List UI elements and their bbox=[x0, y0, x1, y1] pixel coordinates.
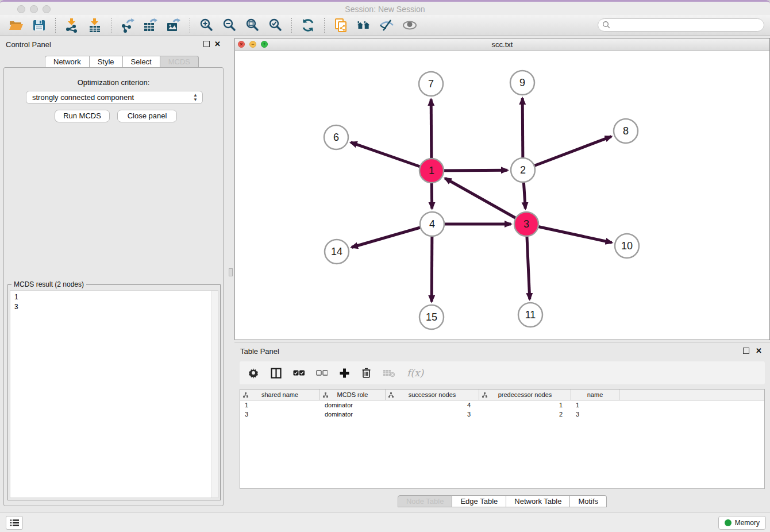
home-layout-icon[interactable] bbox=[356, 18, 371, 33]
column-header-label: predecessor nodes bbox=[498, 391, 552, 398]
graph-node-label: 10 bbox=[621, 240, 633, 252]
column-header-successor-nodes[interactable]: successor nodes bbox=[386, 390, 479, 400]
tab-mcds[interactable]: MCDS bbox=[160, 56, 199, 68]
graph-edge-3-10[interactable] bbox=[526, 224, 612, 242]
toolbar-separator bbox=[291, 18, 292, 33]
export-table-icon[interactable] bbox=[143, 18, 158, 33]
column-header-name[interactable]: name bbox=[571, 390, 619, 400]
graph-node-1[interactable]: 1 bbox=[419, 159, 444, 183]
graph-node-label: 3 bbox=[523, 218, 529, 230]
table-cell[interactable]: 3 bbox=[240, 410, 320, 419]
import-network-icon[interactable] bbox=[64, 18, 79, 33]
app-titlebar[interactable]: Session: New Session bbox=[0, 0, 770, 15]
run-mcds-button[interactable]: Run MCDS bbox=[55, 110, 110, 122]
result-scrollbar[interactable] bbox=[211, 291, 218, 498]
graph-node-6[interactable]: 6 bbox=[324, 125, 348, 149]
zoom-out-icon[interactable] bbox=[222, 18, 237, 33]
copy-network-view-icon[interactable] bbox=[333, 18, 348, 33]
graph-node-7[interactable]: 7 bbox=[419, 72, 443, 96]
tab-network[interactable]: Network bbox=[45, 56, 90, 68]
tab-edge-table[interactable]: Edge Table bbox=[452, 495, 506, 507]
graph-node-10[interactable]: 10 bbox=[615, 234, 639, 258]
table-cell[interactable]: 3 bbox=[571, 410, 619, 419]
graph-node-label: 2 bbox=[520, 164, 526, 176]
close-panel-button[interactable]: Close panel bbox=[117, 110, 177, 122]
optimization-criterion-label: Optimization criterion: bbox=[4, 78, 223, 87]
float-panel-icon[interactable] bbox=[203, 41, 210, 47]
graph-node-9[interactable]: 9 bbox=[510, 71, 534, 95]
zoom-selected-icon[interactable] bbox=[268, 18, 283, 33]
graph-node-label: 14 bbox=[331, 246, 342, 257]
panel-divider-vertical[interactable] bbox=[227, 36, 234, 512]
graph-edge-3-1[interactable] bbox=[445, 178, 526, 224]
zoom-fit-icon[interactable] bbox=[245, 18, 260, 33]
graph-node-11[interactable]: 11 bbox=[518, 303, 542, 327]
column-type-icon bbox=[243, 392, 248, 398]
add-row-icon[interactable] bbox=[339, 367, 350, 379]
function-builder-icon: f(x) bbox=[407, 367, 424, 379]
table-cell[interactable]: 1 bbox=[571, 400, 619, 410]
memory-button[interactable]: Memory bbox=[718, 516, 766, 530]
graph-edge-2-8[interactable] bbox=[523, 137, 611, 170]
column-layout-icon[interactable] bbox=[271, 367, 282, 379]
tab-select[interactable]: Select bbox=[123, 56, 160, 68]
graph-node-3[interactable]: 3 bbox=[514, 212, 538, 236]
table-cell[interactable]: 2 bbox=[479, 410, 571, 419]
column-settings-icon[interactable] bbox=[248, 367, 259, 379]
open-session-icon[interactable] bbox=[9, 18, 24, 33]
table-cell[interactable]: 1 bbox=[479, 400, 571, 410]
criterion-select[interactable]: strongly connected component ▲▼ bbox=[26, 91, 203, 104]
column-header-predecessor-nodes[interactable]: predecessor nodes bbox=[479, 390, 571, 400]
table-cell[interactable]: 1 bbox=[240, 400, 320, 410]
table-row[interactable]: 1dominator411 bbox=[240, 400, 764, 410]
table-cell[interactable]: 3 bbox=[386, 410, 479, 419]
table-row[interactable]: 3dominator323 bbox=[240, 410, 764, 419]
float-panel-icon[interactable] bbox=[743, 348, 749, 354]
table-cell[interactable]: dominator bbox=[320, 400, 386, 410]
close-panel-icon[interactable]: ✕ bbox=[214, 40, 221, 48]
graph-node-14[interactable]: 14 bbox=[325, 240, 349, 264]
hide-details-icon[interactable] bbox=[379, 18, 394, 33]
table-cell[interactable]: 4 bbox=[386, 400, 479, 410]
search-input[interactable] bbox=[598, 18, 764, 32]
export-image-icon[interactable] bbox=[166, 18, 181, 33]
mcds-result-group: MCDS result (2 nodes) 13 bbox=[7, 284, 221, 500]
delete-row-icon[interactable] bbox=[361, 367, 371, 379]
tab-network-table[interactable]: Network Table bbox=[506, 495, 570, 507]
column-header-label: MCDS role bbox=[337, 391, 368, 398]
delete-table-icon[interactable] bbox=[383, 367, 395, 379]
table-cell[interactable]: dominator bbox=[320, 410, 386, 419]
search-field bbox=[598, 18, 764, 32]
zoom-in-icon[interactable] bbox=[199, 18, 214, 33]
column-header-MCDS-role[interactable]: MCDS role bbox=[320, 390, 386, 400]
tab-motifs[interactable]: Motifs bbox=[570, 495, 607, 507]
mcds-result-list[interactable]: 13 bbox=[10, 290, 218, 498]
divider-handle[interactable] bbox=[229, 268, 233, 276]
import-table-icon[interactable] bbox=[87, 18, 102, 33]
tab-style[interactable]: Style bbox=[90, 56, 123, 68]
table-panel: Table Panel ✕ bbox=[234, 342, 770, 511]
search-icon bbox=[602, 21, 611, 29]
task-history-button[interactable] bbox=[6, 516, 23, 530]
graph-edge-1-6[interactable] bbox=[351, 142, 432, 171]
toolbar-separator bbox=[111, 18, 111, 33]
network-graph-canvas[interactable]: 7968124314101511 bbox=[235, 51, 769, 340]
graph-node-8[interactable]: 8 bbox=[614, 119, 638, 143]
save-session-icon[interactable] bbox=[32, 18, 47, 33]
select-all-icon[interactable] bbox=[293, 367, 305, 379]
tab-node-table[interactable]: Node Table bbox=[398, 495, 453, 507]
list-icon bbox=[10, 519, 19, 527]
close-panel-icon[interactable]: ✕ bbox=[756, 346, 762, 355]
network-window-titlebar[interactable]: × − + scc.txt bbox=[235, 38, 769, 51]
column-header-shared-name[interactable]: shared name bbox=[240, 390, 320, 400]
refresh-view-icon[interactable] bbox=[301, 18, 315, 33]
show-details-icon[interactable] bbox=[402, 18, 417, 33]
main-toolbar bbox=[0, 15, 770, 36]
control-panel-title: Control Panel bbox=[6, 40, 51, 49]
deselect-all-icon[interactable] bbox=[316, 367, 328, 379]
graph-node-2[interactable]: 2 bbox=[511, 158, 535, 182]
network-view-window: × − + scc.txt 7968124314101511 bbox=[234, 38, 770, 340]
export-network-icon[interactable] bbox=[120, 18, 135, 33]
graph-node-15[interactable]: 15 bbox=[419, 305, 444, 329]
graph-node-4[interactable]: 4 bbox=[420, 212, 444, 236]
